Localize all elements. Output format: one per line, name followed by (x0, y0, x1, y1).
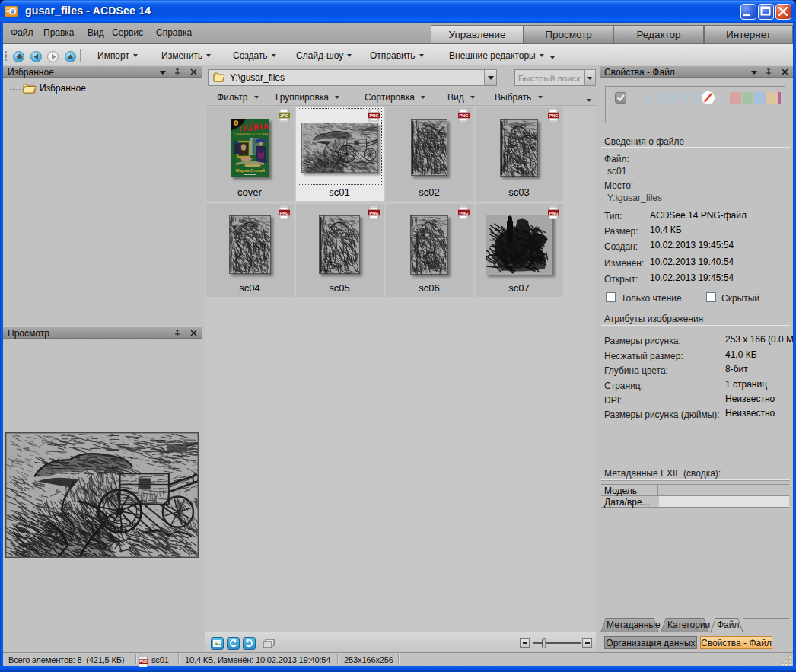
svg-text:JPG: JPG (279, 113, 288, 117)
svg-text:PNG: PNG (279, 211, 288, 215)
svg-text:PNG: PNG (459, 113, 468, 117)
svg-text:PNG: PNG (139, 660, 148, 664)
svg-text:PNG: PNG (549, 211, 558, 215)
svg-text:PNG: PNG (369, 113, 378, 117)
svg-text:PNG: PNG (369, 211, 378, 215)
svg-text:PNG: PNG (549, 113, 558, 117)
svg-text:Мария Стокай: Мария Стокай (235, 168, 264, 173)
svg-text:PNG: PNG (459, 211, 468, 215)
svg-text:СЕРЕБРЯНОГО ГУСАРА: СЕРЕБРЯНОГО ГУСАРА (234, 132, 268, 135)
